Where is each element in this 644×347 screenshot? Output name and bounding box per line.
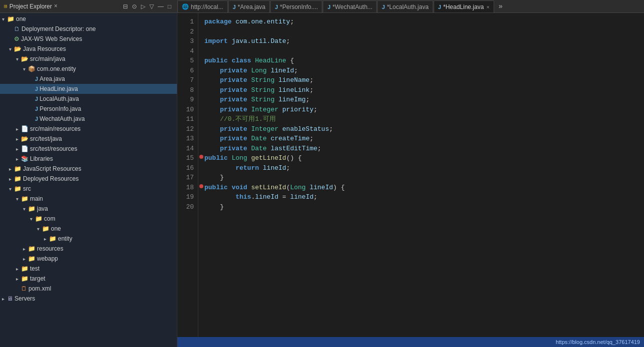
tree-arrow[interactable] bbox=[16, 266, 21, 272]
tab-localauth-tab[interactable]: J*LocalAuth.java bbox=[377, 0, 433, 12]
tree-item-webapp-dir[interactable]: 📁webapp bbox=[0, 254, 177, 264]
token-plain bbox=[247, 184, 251, 191]
tree-arrow[interactable] bbox=[16, 126, 21, 132]
tree-item-one-dir[interactable]: 📁one bbox=[0, 224, 177, 234]
tree-item-com-one-entity[interactable]: 📦com.one.entity bbox=[0, 64, 177, 74]
tree-item-one[interactable]: 📁one bbox=[0, 14, 177, 24]
tree-arrow[interactable] bbox=[16, 136, 21, 142]
token-plain bbox=[278, 106, 282, 113]
tree-item-wechatauth-java[interactable]: JWechatAuth.java bbox=[0, 114, 177, 124]
code-line bbox=[204, 46, 638, 56]
collapse-all-button[interactable]: ⊟ bbox=[121, 2, 129, 10]
token-kw: public bbox=[204, 154, 228, 162]
tree-item-area-java[interactable]: JArea.java bbox=[0, 74, 177, 84]
tree-item-jax-ws[interactable]: ⚙JAX-WS Web Services bbox=[0, 34, 177, 44]
panel-close-button[interactable]: × bbox=[54, 3, 57, 10]
tree-arrow[interactable] bbox=[30, 216, 35, 222]
tab-label: *Area.java bbox=[238, 3, 265, 10]
project-tree[interactable]: 📁one🗋Deployment Descriptor: one⚙JAX-WS W… bbox=[0, 13, 177, 347]
tree-item-src-main-java[interactable]: 📂src/main/java bbox=[0, 54, 177, 64]
token-fn: setLineId bbox=[251, 184, 286, 191]
tree-item-deployed-resources[interactable]: 📁Deployed Resources bbox=[0, 174, 177, 184]
tree-item-deployment-descriptor[interactable]: 🗋Deployment Descriptor: one bbox=[0, 24, 177, 34]
tree-item-headline-java[interactable]: JHeadLine.java bbox=[0, 84, 177, 94]
tree-arrow[interactable] bbox=[23, 206, 28, 212]
tab-close-button[interactable]: × bbox=[486, 4, 489, 10]
folder-icon: 📁 bbox=[14, 165, 21, 172]
token-plain bbox=[267, 135, 271, 142]
folder-icon: 📁 bbox=[21, 195, 28, 202]
tree-item-src-test-java[interactable]: 📂src/test/java bbox=[0, 134, 177, 144]
tree-item-label: src/test/java bbox=[30, 135, 62, 142]
tree-arrow[interactable] bbox=[23, 256, 28, 262]
panel-icon: ⊞ bbox=[4, 3, 7, 9]
tree-arrow[interactable] bbox=[2, 16, 7, 22]
tree-item-test-dir[interactable]: 📁test bbox=[0, 264, 177, 274]
tree-item-java-resources[interactable]: 📂Java Resources bbox=[0, 44, 177, 54]
code-line: private Integer enableStatus; bbox=[204, 124, 638, 134]
tree-item-target-dir[interactable]: 📁target bbox=[0, 274, 177, 284]
tree-item-js-resources[interactable]: 📁JavaScript Resources bbox=[0, 164, 177, 174]
view-menu-button[interactable]: ▽ bbox=[148, 2, 155, 10]
tree-arrow[interactable] bbox=[9, 46, 14, 52]
tree-item-src[interactable]: 📁src bbox=[0, 184, 177, 194]
tree-item-label: com.one.entity bbox=[37, 65, 76, 72]
token-kw: public bbox=[204, 57, 228, 64]
maximize-button[interactable]: □ bbox=[166, 2, 173, 10]
package-icon: 📦 bbox=[28, 65, 35, 72]
tab-area-java-tab[interactable]: J*Area.java bbox=[228, 0, 270, 12]
tree-item-java-dir[interactable]: 📁java bbox=[0, 204, 177, 214]
tree-arrow[interactable] bbox=[16, 156, 21, 162]
tree-arrow[interactable] bbox=[44, 236, 49, 242]
code-line: import java.util.Date; bbox=[204, 36, 638, 46]
tree-arrow[interactable] bbox=[23, 246, 28, 252]
tree-item-src-main-resources[interactable]: 📄src/main/resources bbox=[0, 124, 177, 134]
tree-arrow[interactable] bbox=[23, 66, 28, 72]
line-number: 20 bbox=[179, 202, 194, 212]
tree-item-localauth-java[interactable]: JLocalAuth.java bbox=[0, 94, 177, 104]
tree-item-servers[interactable]: 🖥Servers bbox=[0, 294, 177, 304]
token-pkg: com.one.entity bbox=[235, 18, 290, 25]
tree-arrow[interactable] bbox=[9, 176, 14, 182]
tree-arrow[interactable] bbox=[16, 56, 21, 62]
tree-item-label: Java Resources bbox=[23, 45, 66, 52]
tab-headline-tab[interactable]: J*HeadLine.java× bbox=[434, 0, 494, 12]
tree-item-com-dir[interactable]: 📁com bbox=[0, 214, 177, 224]
tree-item-src-test-resources[interactable]: 📄src/test/resources bbox=[0, 144, 177, 154]
tab-personinfo-tab[interactable]: J*PersonInfo.... bbox=[270, 0, 322, 12]
tree-arrow[interactable] bbox=[9, 186, 14, 192]
token-plain bbox=[204, 125, 220, 133]
tree-arrow[interactable] bbox=[2, 296, 7, 302]
code-editor[interactable]: package com.one.entity;import java.util.… bbox=[198, 13, 644, 337]
tab-wechatauth-tab[interactable]: J*WechatAuth... bbox=[323, 0, 377, 12]
tab-overflow-button[interactable]: » bbox=[495, 1, 507, 12]
panel-title: Project Explorer bbox=[9, 3, 52, 10]
expand-button[interactable]: ▷ bbox=[139, 2, 147, 10]
code-line: this.lineId = lineId; bbox=[204, 192, 638, 202]
line-number: 14 bbox=[179, 144, 194, 154]
token-punct: ; bbox=[313, 106, 317, 113]
tree-arrow[interactable] bbox=[16, 276, 21, 282]
tree-item-personinfo-java[interactable]: JPersonInfo.java bbox=[0, 104, 177, 114]
token-type: Integer bbox=[251, 125, 279, 133]
line-number: 17 bbox=[179, 173, 194, 183]
tree-item-resources-dir[interactable]: 📁resources bbox=[0, 244, 177, 254]
tree-arrow[interactable] bbox=[16, 196, 21, 202]
library-icon: 📚 bbox=[21, 155, 28, 162]
tree-item-label: test bbox=[30, 265, 39, 272]
tree-item-pom-xml[interactable]: 🗒pom.xml bbox=[0, 284, 177, 294]
tree-arrow[interactable] bbox=[16, 146, 21, 152]
tree-item-main[interactable]: 📁main bbox=[0, 194, 177, 204]
tree-item-label: one bbox=[51, 225, 61, 232]
tree-arrow[interactable] bbox=[9, 166, 14, 172]
tree-item-libraries[interactable]: 📚Libraries bbox=[0, 154, 177, 164]
token-plain bbox=[247, 96, 251, 103]
line-numbers: 1234567891011121314151617181920 bbox=[177, 13, 198, 337]
tree-arrow[interactable] bbox=[37, 226, 42, 232]
tree-item-entity-dir[interactable]: 📁entity bbox=[0, 234, 177, 244]
link-editor-button[interactable]: ⊙ bbox=[130, 2, 138, 10]
tree-item-label: main bbox=[30, 195, 43, 202]
folder-icon: 📁 bbox=[28, 205, 35, 212]
tab-http-local[interactable]: 🌐http://local... bbox=[177, 0, 228, 12]
minimize-button[interactable]: — bbox=[156, 2, 165, 10]
